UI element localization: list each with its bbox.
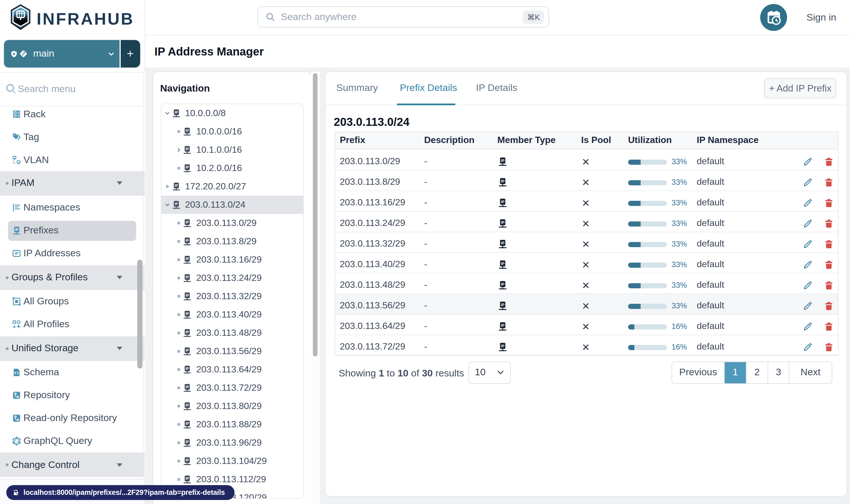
svg-text:IP: IP [186,147,189,151]
svg-text:IP: IP [186,129,189,133]
svg-text:IP: IP [501,303,505,307]
svg-text:IP: IP [186,403,189,407]
svg-text:IP: IP [186,238,189,242]
svg-text:IP: IP [15,228,18,232]
svg-text:IP: IP [186,293,189,298]
svg-text:IP: IP [175,110,178,114]
svg-text:IP: IP [186,476,189,481]
svg-text:IP: IP [186,440,189,444]
svg-text:IP: IP [501,282,505,286]
svg-text:IP: IP [501,159,505,163]
svg-text:IP: IP [186,458,189,462]
svg-text:IP: IP [501,241,505,245]
svg-text:IP: IP [186,421,189,426]
svg-text:IP: IP [175,202,178,206]
svg-text:IP: IP [175,184,178,187]
svg-text:IP: IP [186,165,189,169]
svg-text:IP: IP [501,200,505,204]
svg-text:IP: IP [186,275,189,279]
svg-text:IP: IP [186,257,189,261]
svg-text:IP: IP [15,251,18,256]
svg-text:IP: IP [186,330,189,334]
svg-text:IP: IP [501,262,505,266]
svg-text:IP: IP [501,179,505,183]
svg-text:IP: IP [186,312,189,316]
svg-text:IP: IP [186,348,189,353]
svg-text:IP: IP [501,344,505,348]
svg-text:IP: IP [186,367,189,371]
svg-text:IP: IP [186,385,189,389]
svg-text:IP: IP [186,220,189,224]
svg-text:IP: IP [501,323,505,327]
svg-text:IP: IP [501,220,505,224]
